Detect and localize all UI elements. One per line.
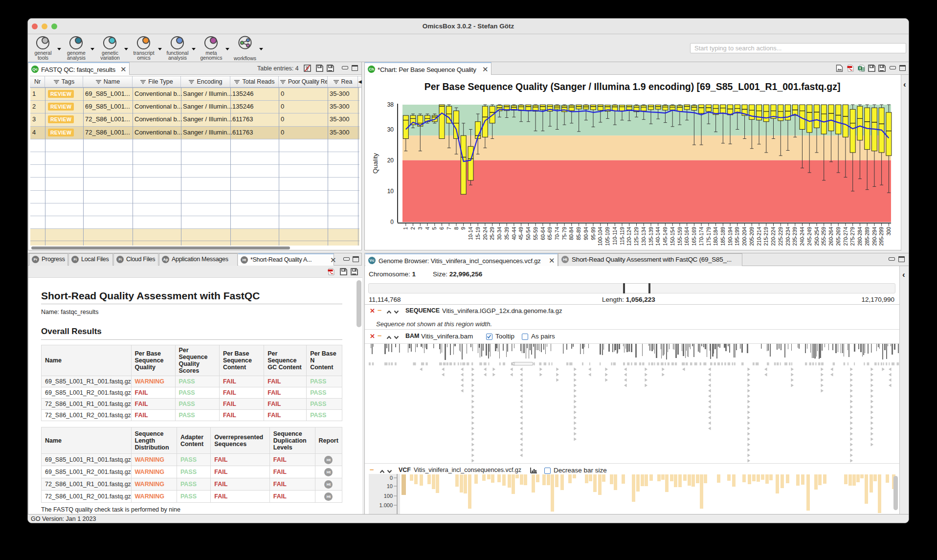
svg-text:205-209: 205-209 bbox=[749, 227, 755, 246]
svg-text:9: 9 bbox=[460, 227, 466, 230]
svg-text:110-114: 110-114 bbox=[612, 227, 618, 245]
svg-text:125-129: 125-129 bbox=[633, 227, 639, 246]
svg-text:7: 7 bbox=[446, 227, 452, 230]
svg-text:115-119: 115-119 bbox=[619, 227, 625, 245]
svg-text:10: 10 bbox=[387, 188, 394, 195]
svg-text:140-144: 140-144 bbox=[655, 227, 661, 246]
svg-text:4: 4 bbox=[424, 227, 430, 230]
svg-text:25-29: 25-29 bbox=[489, 227, 495, 240]
svg-text:10-14: 10-14 bbox=[468, 227, 473, 240]
svg-text:170-174: 170-174 bbox=[698, 227, 704, 246]
svg-text:300: 300 bbox=[886, 227, 892, 236]
svg-text:215-219: 215-219 bbox=[763, 227, 769, 246]
svg-text:185-189: 185-189 bbox=[720, 227, 726, 246]
svg-text:255-259: 255-259 bbox=[821, 227, 826, 246]
svg-text:20: 20 bbox=[387, 157, 394, 164]
svg-text:200-204: 200-204 bbox=[741, 227, 747, 246]
svg-text:0: 0 bbox=[390, 475, 393, 481]
svg-text:Per Base Sequence Quality (San: Per Base Sequence Quality (Sanger / Illu… bbox=[424, 81, 841, 92]
svg-text:235-239: 235-239 bbox=[792, 227, 798, 246]
svg-text:120-124: 120-124 bbox=[626, 227, 632, 246]
svg-text:30: 30 bbox=[387, 126, 394, 133]
svg-text:3: 3 bbox=[417, 227, 423, 230]
svg-text:130-134: 130-134 bbox=[641, 227, 647, 246]
svg-text:2: 2 bbox=[410, 227, 416, 230]
svg-text:0: 0 bbox=[390, 219, 394, 225]
svg-text:195-199: 195-199 bbox=[734, 227, 740, 246]
svg-text:60-64: 60-64 bbox=[540, 227, 546, 240]
svg-text:85-89: 85-89 bbox=[576, 227, 581, 240]
svg-text:X: X bbox=[859, 67, 861, 70]
svg-text:190-194: 190-194 bbox=[727, 227, 733, 246]
svg-text:240-244: 240-244 bbox=[799, 227, 805, 246]
svg-text:175-179: 175-179 bbox=[706, 227, 712, 246]
svg-text:38: 38 bbox=[387, 101, 394, 108]
svg-text:65-69: 65-69 bbox=[547, 227, 553, 240]
svg-text:230-234: 230-234 bbox=[785, 227, 791, 246]
svg-text:135-139: 135-139 bbox=[648, 227, 654, 246]
svg-text:265-269: 265-269 bbox=[835, 227, 841, 246]
svg-text:90-94: 90-94 bbox=[583, 227, 589, 240]
svg-text:100-104: 100-104 bbox=[597, 227, 603, 246]
svg-text:35-39: 35-39 bbox=[504, 227, 510, 240]
svg-text:1.000: 1.000 bbox=[379, 502, 393, 508]
svg-text:10: 10 bbox=[387, 483, 393, 489]
svg-text:220-224: 220-224 bbox=[770, 227, 776, 246]
svg-text:145-149: 145-149 bbox=[662, 227, 668, 246]
svg-text:210-214: 210-214 bbox=[756, 227, 762, 246]
svg-text:290-294: 290-294 bbox=[871, 227, 877, 246]
svg-text:95-99: 95-99 bbox=[590, 227, 596, 240]
svg-text:15-19: 15-19 bbox=[475, 227, 481, 240]
svg-text:160-164: 160-164 bbox=[684, 227, 690, 246]
svg-text:75-79: 75-79 bbox=[561, 227, 567, 240]
svg-text:5: 5 bbox=[431, 227, 437, 230]
svg-text:70-74: 70-74 bbox=[554, 227, 560, 240]
svg-text:165-169: 165-169 bbox=[691, 227, 697, 246]
svg-text:1: 1 bbox=[402, 227, 408, 230]
svg-text:30-34: 30-34 bbox=[496, 227, 502, 240]
svg-text:275-279: 275-279 bbox=[849, 227, 855, 246]
svg-text:295-299: 295-299 bbox=[878, 227, 884, 246]
svg-text:6: 6 bbox=[439, 227, 445, 230]
svg-text:80-84: 80-84 bbox=[568, 227, 574, 240]
svg-text:45-49: 45-49 bbox=[518, 227, 524, 240]
svg-text:100: 100 bbox=[384, 493, 393, 499]
svg-text:8: 8 bbox=[453, 227, 459, 230]
svg-text:55-59: 55-59 bbox=[533, 227, 538, 240]
svg-text:245-249: 245-249 bbox=[806, 227, 812, 246]
svg-text:285-289: 285-289 bbox=[864, 227, 870, 246]
svg-text:225-229: 225-229 bbox=[778, 227, 783, 246]
svg-text:50-54: 50-54 bbox=[525, 227, 531, 240]
svg-text:150-154: 150-154 bbox=[669, 227, 675, 246]
svg-text:Quality: Quality bbox=[372, 153, 379, 174]
svg-text:260-264: 260-264 bbox=[828, 227, 834, 246]
svg-text:270-274: 270-274 bbox=[843, 227, 848, 246]
svg-text:20-24: 20-24 bbox=[482, 227, 488, 240]
svg-text:280-284: 280-284 bbox=[857, 227, 863, 246]
svg-text:105-109: 105-109 bbox=[604, 227, 610, 246]
svg-text:155-159: 155-159 bbox=[677, 227, 683, 246]
svg-text:40-44: 40-44 bbox=[511, 227, 517, 240]
svg-text:250-254: 250-254 bbox=[814, 227, 820, 246]
svg-text:180-184: 180-184 bbox=[713, 227, 718, 246]
